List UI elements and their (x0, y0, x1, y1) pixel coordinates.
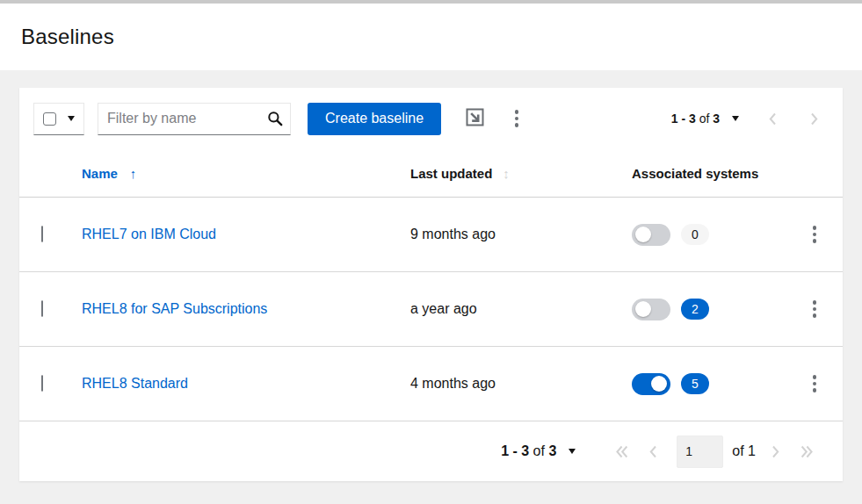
table-header-row: Name ↑ Last updated ↕ Associated systems (19, 149, 843, 198)
baseline-name-link[interactable]: RHEL8 Standard (82, 376, 188, 391)
pagination-total: 3 (713, 112, 720, 126)
row-kebab-button[interactable] (797, 219, 832, 251)
row-kebab-button[interactable] (797, 368, 832, 400)
top-pagination: 1 - 3 of 3 (671, 105, 829, 133)
pagination-of-word: of (699, 112, 710, 126)
pagination-range: 1 - 3 of 3 (671, 112, 720, 126)
export-button[interactable] (457, 103, 492, 135)
toggle-knob (651, 376, 667, 392)
kebab-icon (515, 110, 519, 127)
toolbar-kebab-button[interactable] (499, 103, 534, 135)
previous-page-button[interactable] (758, 105, 787, 133)
current-page-input[interactable] (677, 436, 723, 468)
last-updated-value: a year ago (410, 301, 632, 317)
search-icon (267, 111, 283, 130)
baselines-card: Create baseline 1 - 3 of 3 (19, 88, 843, 481)
table-row: RHEL7 on IBM Cloud 9 months ago 0 (19, 198, 843, 272)
pagination-menu-toggle[interactable] (561, 442, 583, 461)
page-title: Baselines (21, 25, 114, 49)
last-updated-value: 9 months ago (410, 227, 632, 242)
bottom-pagination: 1 - 3 of 3 of 1 (19, 421, 843, 481)
caret-down-icon (732, 116, 739, 121)
column-header-last-updated-label: Last updated (410, 166, 492, 181)
systems-count-badge: 0 (681, 224, 709, 245)
pagination-total: 3 (548, 443, 556, 458)
baseline-name-link[interactable]: RHEL8 for SAP Subscriptions (82, 301, 267, 316)
kebab-icon (813, 300, 817, 318)
associated-systems-toggle[interactable] (632, 373, 670, 395)
toolbar: Create baseline 1 - 3 of 3 (19, 88, 843, 149)
pagination-of-word: of (533, 443, 545, 458)
pagination-menu-toggle[interactable] (725, 109, 746, 128)
filter-by-name-input[interactable] (98, 103, 291, 135)
next-page-button[interactable] (761, 438, 790, 465)
page-header: Baselines (0, 4, 862, 70)
last-page-button[interactable] (790, 438, 823, 465)
pagination-range-numbers: 1 - 3 (501, 443, 529, 458)
create-baseline-button[interactable]: Create baseline (308, 103, 441, 135)
associated-systems-toggle[interactable] (632, 299, 670, 320)
row-kebab-button[interactable] (797, 293, 832, 326)
bulk-select-checkbox[interactable] (43, 112, 56, 126)
next-page-button[interactable] (800, 105, 829, 133)
first-page-button[interactable] (605, 438, 639, 465)
previous-page-button[interactable] (639, 438, 668, 465)
row-checkbox[interactable] (41, 375, 43, 392)
column-header-name[interactable]: Name ↑ (82, 166, 410, 181)
pagination-range-numbers: 1 - 3 (671, 112, 696, 126)
total-pages-label: of 1 (732, 443, 756, 459)
systems-count-badge: 2 (681, 299, 709, 320)
caret-down-icon (569, 449, 576, 454)
export-icon (466, 108, 484, 129)
bulk-select-dropdown[interactable] (33, 103, 84, 135)
baseline-name-link[interactable]: RHEL7 on IBM Cloud (82, 227, 216, 241)
main-content: Create baseline 1 - 3 of 3 (0, 70, 862, 499)
toggle-knob (635, 227, 651, 242)
sort-both-icon[interactable]: ↕ (503, 166, 510, 181)
caret-down-icon[interactable] (68, 116, 75, 121)
pagination-range: 1 - 3 of 3 (501, 443, 556, 459)
kebab-icon (813, 226, 817, 243)
sort-ascending-icon[interactable]: ↑ (130, 166, 137, 181)
filter-group (98, 103, 291, 135)
associated-systems-toggle[interactable] (632, 224, 670, 246)
column-header-last-updated[interactable]: Last updated ↕ (410, 166, 632, 181)
table-row: RHEL8 for SAP Subscriptions a year ago 2 (19, 272, 843, 347)
column-header-name-label: Name (82, 166, 118, 181)
column-header-associated-systems: Associated systems (632, 166, 786, 181)
kebab-icon (813, 375, 817, 392)
systems-count-badge: 5 (681, 373, 709, 394)
toggle-knob (635, 301, 651, 317)
row-checkbox[interactable] (41, 226, 43, 242)
table-row: RHEL8 Standard 4 months ago 5 (19, 347, 843, 421)
row-checkbox[interactable] (41, 300, 43, 317)
last-updated-value: 4 months ago (410, 376, 632, 392)
